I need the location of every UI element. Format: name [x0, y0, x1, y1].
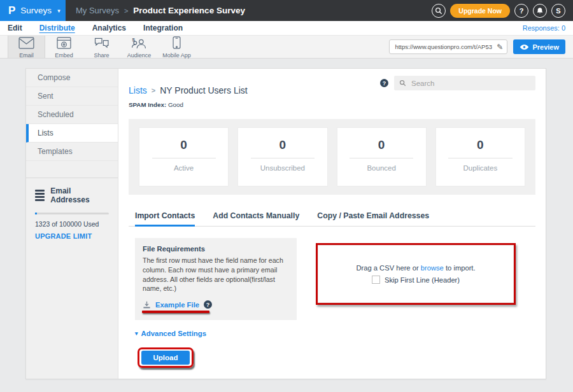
usage-progress-bar [35, 213, 109, 214]
upgrade-now-button[interactable]: Upgrade Now [450, 4, 510, 18]
example-file-help-icon[interactable]: ? [204, 300, 212, 309]
advanced-settings-toggle[interactable]: ▾ Advanced Settings [135, 330, 206, 337]
dropzone-text: Drag a CSV here or browse to import. [356, 264, 475, 272]
list-stats: 0Active0Unsubscribed0Bounced0Duplicates [129, 119, 535, 195]
channel-tab-label: Email [19, 52, 34, 59]
stat-divider [448, 158, 512, 158]
lists-panel: ComposeSentScheduledListsTemplates Email… [25, 68, 546, 379]
annotation-box-upload: Upload [138, 347, 194, 368]
list-search-row: ? [380, 76, 535, 90]
survey-nav: EditDistributeAnalyticsIntegration Respo… [0, 21, 573, 35]
share-icon [94, 37, 110, 52]
search-box [394, 76, 535, 90]
search-button[interactable] [432, 4, 446, 18]
stat-card-active: 0Active [139, 127, 229, 186]
file-requirements-body: The first row must have the field name f… [143, 256, 289, 293]
browse-link[interactable]: browse [421, 264, 444, 272]
tab-copy-paste-email-addresses[interactable]: Copy / Paste Email Addresses [317, 211, 429, 227]
channel-tab-mobile-app[interactable]: Mobile App [158, 36, 195, 58]
email-addresses-title: Email Addresses [50, 186, 109, 204]
breadcrumb-my-surveys[interactable]: My Surveys [76, 6, 119, 15]
search-icon [435, 7, 442, 15]
nav-item-distribute[interactable]: Distribute [39, 24, 75, 32]
spam-index-label: SPAM Index: [129, 101, 166, 108]
upload-button[interactable]: Upload [141, 351, 190, 365]
dropzone-text-suffix: to import. [444, 264, 476, 272]
email-sidebar-items: ComposeSentScheduledListsTemplates [26, 69, 118, 161]
channel-tab-share[interactable]: Share [83, 36, 120, 58]
example-file-link[interactable]: Example File [155, 301, 199, 309]
stat-divider [152, 158, 216, 158]
usage-text: 1323 of 100000 Used [35, 220, 109, 228]
edit-url-icon[interactable]: ✎ [493, 43, 503, 52]
email-addresses-header: Email Addresses [35, 186, 109, 204]
list-detail: ? Lists > NY Product Users List SPAM Ind… [118, 69, 546, 379]
embed-icon [57, 37, 71, 52]
distribute-toolbar: EmailEmbedShare$AudienceMobile App ✎ Pre… [0, 35, 573, 59]
sidebar-item-scheduled[interactable]: Scheduled [26, 106, 118, 124]
sidebar-item-templates[interactable]: Templates [26, 143, 118, 161]
advanced-settings-label: Advanced Settings [141, 330, 207, 337]
mobile-app-icon [173, 36, 181, 52]
nav-item-analytics[interactable]: Analytics [92, 24, 126, 32]
sidebar-item-sent[interactable]: Sent [26, 87, 118, 106]
stat-card-duplicates: 0Duplicates [435, 127, 525, 186]
sidebar-spacer [26, 161, 118, 178]
csv-dropzone[interactable]: Drag a CSV here or browse to import. Ski… [318, 245, 514, 303]
survey-nav-items: EditDistributeAnalyticsIntegration [8, 24, 200, 32]
sidebar-item-lists[interactable]: Lists [26, 124, 118, 143]
avatar[interactable]: S [551, 4, 565, 18]
usage-progress-fill [35, 213, 37, 214]
stat-value: 0 [337, 138, 426, 152]
stat-label: Duplicates [436, 164, 525, 172]
topbar: P Surveys ▾ My Surveys > Product Experie… [0, 0, 573, 21]
channel-tab-label: Embed [55, 52, 73, 59]
questionpro-logo: P [8, 4, 15, 17]
tab-import-contacts[interactable]: Import Contacts [135, 211, 195, 227]
spam-index-value: Good [168, 101, 183, 108]
skip-first-line-label: Skip First Line (Header) [385, 276, 460, 284]
nav-item-edit[interactable]: Edit [8, 24, 22, 32]
breadcrumb-survey-title: Product Experience Survey [133, 6, 245, 15]
import-contacts-panel: File Requirements The first row must hav… [135, 238, 535, 320]
channel-tab-label: Share [94, 52, 109, 59]
channel-tab-audience[interactable]: $Audience [120, 36, 158, 58]
responses-count[interactable]: Responses: 0 [523, 24, 565, 32]
nav-item-integration[interactable]: Integration [143, 24, 183, 32]
survey-url-input[interactable] [393, 43, 493, 51]
breadcrumb-separator: > [152, 87, 155, 94]
search-input[interactable] [410, 79, 530, 88]
caret-down-icon: ▾ [135, 330, 138, 337]
stat-value: 0 [436, 138, 525, 152]
stat-label: Unsubscribed [238, 164, 327, 172]
email-icon [18, 37, 34, 52]
help-icon[interactable]: ? [380, 79, 388, 87]
channel-tabs: EmailEmbedShare$AudienceMobile App [8, 36, 195, 58]
stat-divider [251, 158, 315, 158]
sidebar-item-compose[interactable]: Compose [26, 69, 118, 87]
upgrade-limit-link[interactable]: UPGRADE LIMIT [35, 232, 109, 240]
breadcrumb-lists-link[interactable]: Lists [129, 85, 147, 95]
download-icon [143, 301, 151, 309]
list-name: NY Product Users List [160, 85, 247, 95]
stat-label: Bounced [337, 164, 426, 172]
preview-button[interactable]: Preview [513, 39, 565, 54]
survey-url-box: ✎ [389, 39, 507, 54]
notifications-button[interactable] [533, 4, 547, 18]
topbar-breadcrumb: My Surveys > Product Experience Survey [76, 6, 245, 15]
tab-add-contacts-manually[interactable]: Add Contacts Manually [213, 211, 299, 227]
chevron-down-icon: ▾ [57, 8, 60, 14]
help-button[interactable]: ? [514, 4, 528, 18]
file-requirements-box: File Requirements The first row must hav… [135, 238, 297, 320]
channel-tab-email[interactable]: Email [8, 36, 45, 58]
email-addresses-section: Email Addresses 1323 of 100000 Used UPGR… [26, 178, 118, 248]
channel-tab-embed[interactable]: Embed [45, 36, 83, 58]
skip-first-line-row: Skip First Line (Header) [372, 276, 460, 284]
stat-divider [350, 158, 413, 158]
import-tabs: Import ContactsAdd Contacts ManuallyCopy… [129, 211, 535, 227]
product-switcher[interactable]: P Surveys ▾ [0, 0, 66, 21]
stat-card-bounced: 0Bounced [337, 127, 427, 186]
audience-icon: $ [131, 37, 147, 52]
skip-first-line-checkbox[interactable] [372, 276, 380, 284]
svg-text:$: $ [132, 37, 136, 43]
